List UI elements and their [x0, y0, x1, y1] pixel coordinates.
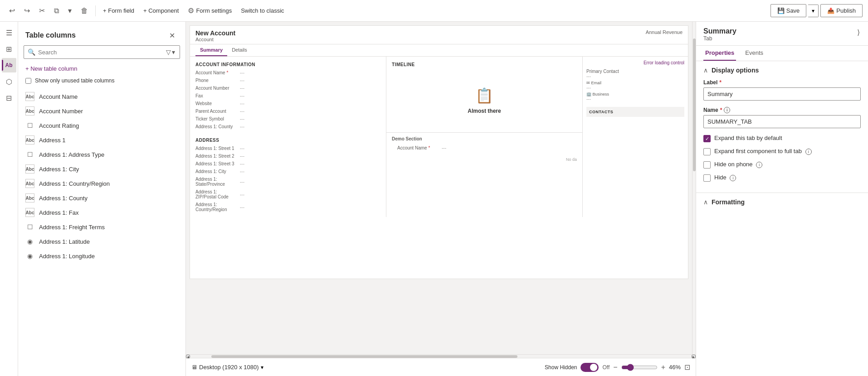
- list-item[interactable]: ◉ Address 1: Latitude: [18, 234, 185, 249]
- table-button[interactable]: ⊟: [2, 91, 16, 105]
- cut-button[interactable]: ✂: [35, 5, 49, 17]
- column-label: Address 1: Fax: [39, 209, 78, 216]
- filter-button[interactable]: ▽ ▾: [165, 48, 176, 57]
- display-options-section: ∧ Display options Label * Name * i: [696, 61, 868, 193]
- list-item[interactable]: Abc Account Number: [18, 104, 185, 118]
- canvas-vscroll[interactable]: [692, 22, 696, 354]
- form-settings-button[interactable]: ⚙ Form settings: [184, 5, 235, 17]
- tab-summary[interactable]: Summary: [195, 44, 227, 56]
- list-item[interactable]: Abc Address 1: [18, 133, 185, 147]
- list-item[interactable]: Abc Address 1: Country/Region: [18, 176, 185, 191]
- label-input[interactable]: [703, 87, 861, 101]
- zoom-slider[interactable]: [621, 364, 658, 371]
- scroll-left-button[interactable]: ◂: [186, 355, 190, 358]
- demo-field-value: ---: [442, 145, 446, 150]
- field-value: ---: [240, 70, 244, 75]
- zoom-plus-button[interactable]: +: [661, 363, 665, 371]
- formatting-collapse-icon: ∧: [703, 198, 708, 206]
- field-value: ---: [240, 179, 244, 184]
- scroll-right-button[interactable]: ▸: [692, 355, 696, 358]
- layers-button[interactable]: ⬡: [2, 74, 16, 89]
- list-item[interactable]: ☐ Address 1: Address Type: [18, 147, 185, 162]
- expand-panel-button[interactable]: ⟩: [856, 27, 861, 38]
- publish-button[interactable]: 📤 Publish: [820, 4, 863, 17]
- field-row: Account Number ---: [190, 84, 386, 92]
- field-label: Address 1: State/Province: [195, 177, 236, 187]
- component-button[interactable]: + Component: [140, 5, 182, 16]
- field-row: Phone ---: [190, 77, 386, 84]
- expand-tab-checkbox[interactable]: [703, 135, 711, 142]
- table-icon: ⊟: [6, 94, 12, 102]
- new-column-button[interactable]: + New table column: [18, 63, 185, 75]
- error-loading[interactable]: Error loading control: [586, 60, 684, 65]
- display-options-toggle[interactable]: ∧ Display options: [703, 67, 861, 74]
- checkbox-type-icon: ☐: [25, 150, 34, 159]
- expand-tab-checkbox-field: Expand this tab by default: [703, 135, 861, 142]
- field-value: ---: [240, 124, 244, 129]
- undo-button[interactable]: ↩: [5, 5, 19, 17]
- text-type-icon: Abc: [25, 106, 34, 116]
- desktop-dropdown-button[interactable]: ▾: [261, 364, 263, 371]
- field-value: ---: [240, 78, 244, 83]
- field-label: Account Number: [195, 86, 236, 91]
- list-item[interactable]: Abc Address 1: City: [18, 162, 185, 176]
- field-label: Phone: [195, 78, 236, 83]
- field-row: Address 1: City ---: [190, 168, 386, 175]
- expand-full-checkbox[interactable]: [703, 148, 711, 155]
- field-label: Parent Account: [195, 109, 236, 114]
- redo-button[interactable]: ↪: [20, 5, 34, 17]
- canvas-bottom: 🖥 Desktop (1920 x 1080) ▾ Show Hidden Of…: [186, 358, 696, 376]
- show-unused-label[interactable]: Show only unused table columns: [35, 77, 114, 84]
- show-hidden-toggle[interactable]: [580, 363, 599, 372]
- hide-phone-info-icon[interactable]: i: [756, 162, 762, 168]
- list-item[interactable]: Abc Account Name: [18, 89, 185, 104]
- dropdown-button[interactable]: ▾: [64, 5, 75, 17]
- list-item[interactable]: Abc Address 1: County: [18, 191, 185, 205]
- copy-button[interactable]: ⧉: [50, 5, 63, 17]
- list-item[interactable]: ◉ Address 1: Longitude: [18, 249, 185, 263]
- primary-contact-section: Primary Contact --- ✉ Email --- 🏢 Busine…: [586, 69, 684, 101]
- publish-label: Publish: [836, 7, 856, 14]
- field-row: Address 1: State/Province ---: [190, 175, 386, 188]
- search-input[interactable]: [38, 49, 162, 56]
- form-preview: New Account Account Annual Revenue Summa…: [190, 25, 688, 279]
- save-dropdown-button[interactable]: ▾: [808, 5, 819, 17]
- save-button[interactable]: 💾 Save: [770, 4, 807, 17]
- horizontal-scrollbar[interactable]: ◂ ▸: [186, 354, 696, 358]
- zoom-minus-button[interactable]: −: [613, 363, 617, 371]
- main-layout: ☰ ⊞ Ab ⬡ ⊟ Table columns ✕ 🔍 ▽ ▾: [0, 22, 868, 376]
- checkbox-type-icon: ☐: [25, 121, 34, 130]
- tab-properties[interactable]: Properties: [703, 46, 736, 61]
- form-field-button[interactable]: + Form field: [99, 5, 138, 16]
- close-panel-button[interactable]: ✕: [166, 29, 178, 42]
- hamburger-button[interactable]: ☰: [2, 25, 16, 40]
- canvas-area: New Account Account Annual Revenue Summa…: [186, 22, 696, 376]
- list-item[interactable]: ☐ Address 1: Freight Terms: [18, 220, 185, 234]
- field-label: Address 1: ZIP/Postal Code: [195, 189, 236, 199]
- switch-classic-button[interactable]: Switch to classic: [237, 5, 288, 16]
- hide-checkbox[interactable]: [703, 174, 711, 182]
- name-info-icon[interactable]: i: [724, 107, 730, 113]
- list-item[interactable]: Abc Address 1: Fax: [18, 205, 185, 220]
- column-label: Account Number: [39, 108, 83, 115]
- fit-button[interactable]: ⊡: [684, 363, 690, 371]
- show-unused-checkbox[interactable]: [25, 78, 31, 84]
- hide-info-icon[interactable]: i: [730, 175, 736, 181]
- display-options-label: Display options: [712, 67, 759, 74]
- expand-full-info-icon[interactable]: i: [805, 149, 812, 155]
- copy-icon: ⧉: [54, 7, 59, 15]
- tab-details[interactable]: Details: [227, 44, 252, 56]
- canvas-content[interactable]: New Account Account Annual Revenue Summa…: [186, 22, 692, 336]
- formatting-toggle[interactable]: ∧ Formatting: [703, 198, 861, 206]
- text-button[interactable]: Ab: [2, 58, 16, 72]
- column-label: Address 1: City: [39, 166, 79, 173]
- name-input[interactable]: [703, 115, 861, 128]
- tab-events[interactable]: Events: [743, 46, 765, 61]
- grid-button[interactable]: ⊞: [2, 42, 16, 56]
- hide-phone-checkbox[interactable]: [703, 161, 711, 169]
- save-dropdown-icon: ▾: [812, 8, 814, 14]
- hide-label: Hide: [714, 174, 727, 181]
- list-item[interactable]: ☐ Account Rating: [18, 118, 185, 133]
- side-icons: ☰ ⊞ Ab ⬡ ⊟: [0, 22, 18, 376]
- delete-button[interactable]: 🗑: [77, 5, 92, 17]
